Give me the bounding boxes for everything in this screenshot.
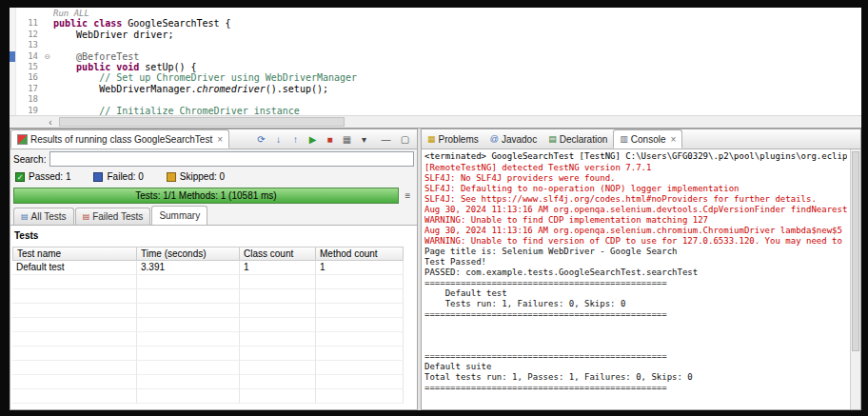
code-line[interactable]: 18 — [10, 94, 861, 105]
launch-marker — [10, 51, 16, 62]
console-line: Tests run: 1, Failures: 0, Skips: 0 — [424, 299, 847, 309]
table-cell — [137, 275, 240, 289]
close-tab-icon[interactable]: × — [217, 134, 223, 145]
rerun-failed-icon[interactable]: ▶ — [306, 132, 320, 147]
console-line: SLF4J: No SLF4J providers were found. — [424, 173, 847, 184]
tab-testng-results[interactable]: Results of running class GoogleSearchTes… — [10, 129, 229, 149]
next-failure-icon[interactable]: ↓ — [271, 132, 286, 147]
line-number: 13 — [16, 40, 41, 50]
fold-gutter — [41, 40, 53, 50]
console-view[interactable]: <terminated> GoogleSearchTest [TestNG] C… — [422, 149, 860, 409]
code-line[interactable]: Run ALL — [10, 8, 861, 18]
column-header[interactable]: Method count — [316, 247, 404, 261]
table-cell — [137, 318, 240, 332]
eclipse-window: Run ALL11public class GoogleSearchTest {… — [10, 8, 861, 410]
code-line[interactable]: 15 public void setUp() { — [10, 62, 861, 72]
console-line: Test Passed! — [424, 257, 847, 267]
maximize-icon[interactable]: ▢ — [398, 132, 412, 147]
search-row: Search: — [10, 149, 417, 168]
tab-console[interactable]: ▥Console× — [613, 129, 682, 149]
stop-test-icon[interactable]: ■ — [323, 132, 337, 147]
passed-icon: ✓ — [15, 172, 25, 182]
rerun-tests-icon[interactable]: ⟳ — [254, 132, 268, 147]
fold-gutter — [41, 94, 53, 105]
line-number: 14 — [16, 51, 41, 62]
declaration-icon: ▤ — [548, 134, 557, 144]
fold-gutter — [41, 8, 53, 18]
console-panel: ▦Problems@Javadoc▤Declaration▥Console× <… — [421, 129, 861, 410]
line-number: 17 — [16, 84, 41, 94]
table-row-empty — [12, 275, 407, 289]
tab-label: Javadoc — [502, 134, 537, 145]
fold-collapse-icon[interactable]: ⊖ — [41, 51, 53, 62]
console-line: PASSED: com.example.tests.GoogleSearchTe… — [424, 267, 847, 278]
scrollbar-thumb[interactable] — [59, 117, 345, 127]
progress-row: Tests: 1/1 Methods: 1 (10581 ms) ≡ — [10, 185, 417, 206]
tab-declaration[interactable]: ▤Declaration — [542, 129, 613, 149]
table-row[interactable]: Default test3.39111 — [12, 261, 407, 275]
code-line[interactable]: 11public class GoogleSearchTest { — [10, 18, 861, 29]
code-text: public void setUp() { — [53, 62, 861, 72]
code-text: public class GoogleSearchTest { — [53, 18, 861, 29]
line-number: 12 — [16, 30, 41, 40]
code-line[interactable]: 13 — [10, 40, 861, 50]
table-row-empty — [12, 375, 407, 389]
filters-icon[interactable]: ▦ — [340, 132, 354, 147]
line-number — [16, 8, 41, 18]
minimize-icon[interactable]: — — [379, 132, 393, 147]
tab-failed-tests[interactable]: ▤Failed Tests — [75, 208, 151, 225]
code-line[interactable]: 19 // Initialize ChromeDriver instance — [10, 106, 861, 115]
table-cell — [12, 304, 137, 318]
testng-view-tabbar: Results of running class GoogleSearchTes… — [10, 129, 417, 149]
table-cell — [12, 275, 137, 289]
bottom-panels: Results of running class GoogleSearchTes… — [10, 129, 861, 410]
java-editor[interactable]: Run ALL11public class GoogleSearchTest {… — [10, 8, 861, 115]
table-cell — [137, 304, 240, 318]
code-line[interactable]: 16 // Set up ChromeDriver using WebDrive… — [10, 72, 861, 83]
code-line[interactable]: 12 WebDriver driver; — [10, 30, 861, 40]
scrollbar-thumb[interactable] — [852, 151, 859, 351]
column-header[interactable]: Test name — [12, 247, 137, 261]
console-line: WARNING: Unable to find CDP implementati… — [424, 215, 847, 226]
failed-tests-icon: ▤ — [83, 212, 90, 221]
console-output[interactable]: [RemoteTestNG] detected TestNG version 7… — [424, 163, 847, 393]
table-cell — [316, 275, 404, 289]
editor-horizontal-scrollbar[interactable]: ‹ — [10, 115, 861, 129]
marker-gutter — [10, 30, 16, 40]
tab-label: Console — [631, 134, 666, 145]
search-input[interactable] — [49, 151, 414, 167]
table-cell: 1 — [240, 261, 316, 275]
column-header[interactable]: Class count — [240, 247, 316, 261]
close-tab-icon[interactable]: × — [670, 134, 676, 145]
console-line: Default suite — [424, 362, 847, 372]
table-cell — [316, 318, 404, 332]
code-line[interactable]: 14⊖ @BeforeTest — [10, 51, 861, 62]
console-title-line: <terminated> GoogleSearchTest [TestNG] C… — [424, 150, 847, 163]
fold-gutter — [41, 106, 53, 115]
console-line — [424, 341, 847, 351]
marker-gutter — [10, 18, 16, 29]
tab-all-tests[interactable]: ▤All Tests — [13, 208, 74, 225]
tab-summary[interactable]: Summary — [151, 206, 207, 225]
tab-label: Failed Tests — [92, 211, 143, 222]
previous-failure-icon[interactable]: ↑ — [288, 132, 303, 147]
tab-problems[interactable]: ▦Problems — [422, 129, 484, 149]
marker-gutter — [10, 8, 16, 18]
all-tests-icon: ▤ — [21, 212, 29, 221]
line-number: 11 — [16, 18, 41, 29]
column-header[interactable]: Time (seconds) — [137, 247, 240, 261]
console-line: Aug 30, 2024 11:13:16 AM org.openqa.sele… — [424, 226, 847, 236]
scrollbar-track[interactable] — [57, 116, 861, 128]
code-line[interactable]: 17 WebDriverManager.chromedriver().setup… — [10, 84, 861, 94]
fold-gutter — [41, 30, 53, 40]
scroll-left-icon[interactable]: ‹ — [44, 117, 57, 128]
line-number: 15 — [16, 62, 41, 72]
console-line: ========================================… — [424, 351, 847, 362]
tab-javadoc[interactable]: @Javadoc — [484, 129, 542, 149]
table-cell — [240, 275, 316, 289]
progress-menu-icon[interactable]: ≡ — [402, 190, 414, 201]
table-cell — [12, 289, 137, 304]
view-menu-icon[interactable]: ▾ — [357, 132, 371, 147]
marker-gutter — [10, 62, 16, 72]
console-scrollbar[interactable] — [850, 149, 860, 409]
